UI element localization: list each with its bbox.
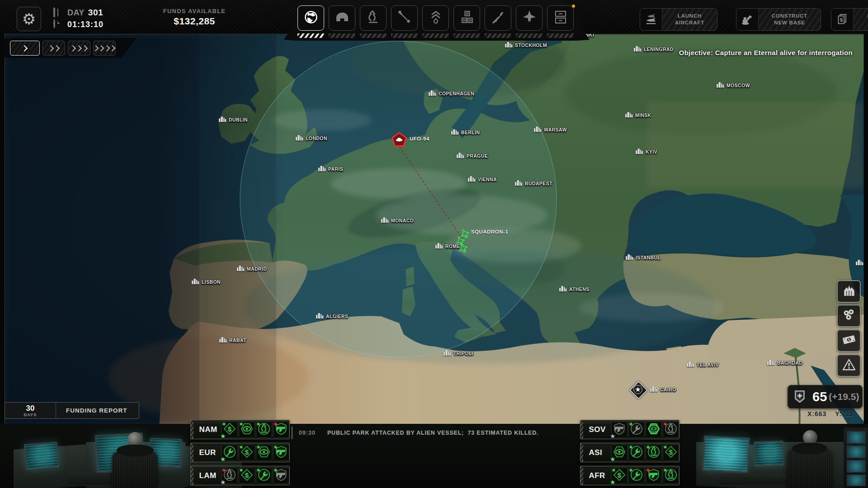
map-tool-cash-button[interactable]: $ (837, 329, 861, 352)
status-dot-green (664, 446, 666, 448)
focus-star-icon: ★ (610, 479, 616, 486)
region-eur-defense-tile[interactable] (273, 445, 289, 461)
cash-icon: $ (841, 332, 857, 350)
region-afr-research-tile[interactable] (663, 468, 679, 484)
svg-text:$: $ (618, 471, 622, 479)
status-dot-green (664, 469, 666, 471)
status-dot-green (257, 446, 259, 448)
nav-geoscape-button[interactable] (297, 5, 325, 39)
region-code: SOV (583, 425, 611, 434)
region-lam-defense-tile[interactable] (273, 468, 289, 484)
clock-icon (53, 20, 63, 29)
gear-icon: ⚙ (22, 10, 36, 28)
time-speed-3-button[interactable] (68, 41, 90, 56)
region-panel-sov[interactable]: SOV★ (580, 420, 679, 439)
time-speed-1-button[interactable] (10, 41, 40, 56)
region-nam-eye-tile[interactable] (239, 422, 255, 438)
region-asi-research-tile[interactable] (646, 445, 662, 461)
region-afr-defense-tile[interactable] (646, 468, 662, 484)
nav-hatch-strip (485, 33, 511, 38)
bases-icon (333, 8, 351, 28)
nav-hatch-strip (391, 33, 418, 38)
nav-personnel-button[interactable] (422, 5, 450, 39)
ticker-time: 09:30 (299, 430, 316, 436)
time-speed-2-button[interactable] (42, 41, 65, 56)
region-asi-eye-tile[interactable]: ★ (611, 445, 627, 461)
region-asi-engineering-tile[interactable] (628, 445, 645, 461)
nav-research-button[interactable] (360, 5, 387, 39)
status-dot-green (223, 423, 225, 425)
funding-report-label: FUNDING REPORT (56, 403, 139, 418)
status-dot-red (647, 469, 649, 471)
chevron-icon (21, 45, 28, 51)
nav-archives-button[interactable] (547, 5, 575, 39)
svg-text:$: $ (228, 425, 232, 432)
nav-hatch-strip (297, 33, 324, 38)
action-label: LAUNCHAIRCRAFT (662, 9, 717, 30)
time-control-panel (5, 38, 137, 58)
launch-aircraft-button[interactable]: LAUNCHAIRCRAFT (640, 8, 717, 31)
time-speed-4-button[interactable] (93, 41, 116, 56)
region-lam-engineering-tile[interactable] (256, 468, 272, 484)
region-panel-asi[interactable]: ASI★$ (580, 443, 679, 462)
nav-aircraft-button[interactable] (516, 5, 543, 39)
region-score-box: 65 (+19.5) (788, 385, 863, 408)
funding-report-button[interactable]: $FUNDINGREPORT (831, 8, 868, 31)
top-bar: ⚙ DAY 301 01:13:10 FUNDS AVAILABLE $132,… (0, 0, 868, 34)
region-panel-nam[interactable]: NAM$★ (190, 420, 290, 439)
nav-armory-button[interactable] (485, 5, 512, 39)
action-label: FUNDINGREPORT (854, 9, 868, 30)
research-icon (364, 8, 382, 28)
region-nam-defense-tile[interactable] (273, 422, 289, 438)
funding-report-countdown[interactable]: 30 DAYS FUNDING REPORT (5, 402, 139, 419)
region-eur-engineering-tile[interactable]: ★ (222, 445, 238, 461)
map-tool-drums-button[interactable] (837, 305, 861, 327)
region-panel-lam[interactable]: LAM★$ (190, 466, 290, 485)
geoscape-icon (302, 8, 320, 28)
status-dot-green (240, 446, 242, 448)
region-panel-afr[interactable]: AFR$★ (580, 466, 679, 485)
region-code: LAM (193, 471, 222, 480)
coordinate-x: X:663 (807, 410, 826, 418)
region-sov-eye-tile[interactable] (646, 422, 662, 438)
calendar-icon (53, 8, 63, 17)
score-value: 65 (812, 389, 827, 404)
day-value: 301 (88, 8, 103, 18)
region-nam-research-tile[interactable] (256, 422, 272, 438)
region-eur-eye-tile[interactable] (256, 445, 272, 461)
region-eur-dollar-tile[interactable]: $ (239, 445, 255, 461)
region-sov-defense-tile[interactable]: ★ (611, 422, 627, 438)
status-dot-green (240, 469, 242, 471)
report-icon: $ (831, 9, 854, 30)
world-map[interactable] (5, 34, 863, 425)
detection-radius-circle (240, 41, 557, 357)
nav-stores-button[interactable] (453, 5, 481, 39)
region-sov-engineering-tile[interactable] (628, 422, 645, 438)
construct-new-base-button[interactable]: CONSTRUCTNEW BASE (736, 8, 821, 31)
region-asi-dollar-tile[interactable]: $ (663, 445, 679, 461)
aircraft-icon (520, 8, 538, 28)
svg-text:$: $ (245, 471, 249, 479)
nav-hatch-strip (547, 33, 574, 38)
region-lam-dollar-tile[interactable]: $ (239, 468, 255, 484)
nav-bases-button[interactable] (329, 5, 356, 39)
archives-icon (552, 8, 570, 28)
region-panel-eur[interactable]: EUR★$ (190, 443, 290, 462)
region-afr-engineering-tile[interactable] (628, 468, 645, 484)
nav-hatch-strip (453, 33, 480, 38)
eye-icon (647, 422, 660, 437)
region-sov-research-tile[interactable] (663, 422, 679, 438)
settings-button[interactable]: ⚙ (17, 7, 41, 31)
svg-text:$: $ (245, 448, 249, 455)
status-dot-green (274, 469, 277, 471)
status-dot-green (613, 469, 615, 471)
region-afr-dollar-tile[interactable]: $★ (611, 468, 627, 484)
armory-icon (489, 8, 507, 28)
focus-star-icon: ★ (220, 455, 226, 463)
map-tool-crystals-button[interactable] (837, 280, 861, 303)
region-code: EUR (193, 448, 222, 457)
region-nam-dollar-tile[interactable]: $★ (222, 422, 238, 438)
map-tool-alert-button[interactable] (837, 354, 861, 377)
nav-engineering-button[interactable] (391, 5, 419, 39)
region-lam-research-tile[interactable]: ★ (222, 468, 238, 484)
